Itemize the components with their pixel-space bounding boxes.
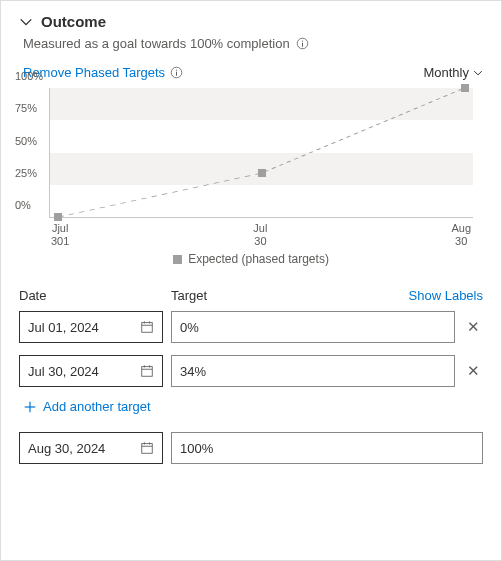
- svg-rect-5: [176, 72, 177, 76]
- remove-phased-targets-link[interactable]: Remove Phased Targets: [23, 65, 183, 80]
- target-value: 100%: [180, 441, 213, 456]
- x-tick: Jul 30: [253, 222, 267, 248]
- legend-label: Expected (phased targets): [188, 252, 329, 266]
- x-tick: Jjul 301: [51, 222, 69, 248]
- interval-label: Monthly: [423, 65, 469, 80]
- y-tick: 100%: [15, 70, 43, 82]
- y-tick: 25%: [15, 167, 37, 179]
- calendar-icon: [140, 320, 154, 334]
- chart-point: [461, 84, 469, 92]
- x-tick: Aug 30: [451, 222, 471, 248]
- target-input[interactable]: 34%: [171, 355, 455, 387]
- target-input[interactable]: 0%: [171, 311, 455, 343]
- svg-rect-16: [142, 444, 153, 454]
- date-input[interactable]: Jul 30, 2024: [19, 355, 163, 387]
- date-value: Jul 01, 2024: [28, 320, 99, 335]
- calendar-icon: [140, 441, 154, 455]
- column-date: Date: [19, 288, 171, 303]
- calendar-icon: [140, 364, 154, 378]
- info-icon[interactable]: [170, 66, 183, 79]
- chevron-down-icon: [473, 68, 483, 78]
- svg-rect-6: [142, 323, 153, 333]
- column-target: Target: [171, 288, 409, 303]
- chart: 0% 25% 50% 75% 100% Jjul 301 Jul 30 Aug …: [49, 88, 473, 248]
- target-row-final: Aug 30, 2024 100%: [19, 432, 483, 464]
- add-target-label: Add another target: [43, 399, 151, 414]
- chevron-down-icon[interactable]: [19, 15, 33, 29]
- date-input[interactable]: Jul 01, 2024: [19, 311, 163, 343]
- chart-point: [54, 213, 62, 221]
- date-input[interactable]: Aug 30, 2024: [19, 432, 163, 464]
- y-tick: 0%: [15, 199, 31, 211]
- target-row: Jul 01, 2024 0% ✕: [19, 311, 483, 343]
- add-target-button[interactable]: Add another target: [23, 399, 483, 414]
- remove-row-button[interactable]: ✕: [463, 362, 483, 380]
- chart-legend: Expected (phased targets): [19, 252, 483, 266]
- svg-rect-2: [302, 43, 303, 47]
- show-labels-link[interactable]: Show Labels: [409, 288, 483, 303]
- legend-square-icon: [173, 255, 182, 264]
- target-value: 34%: [180, 364, 206, 379]
- date-value: Jul 30, 2024: [28, 364, 99, 379]
- section-title: Outcome: [41, 13, 106, 30]
- remove-row-button[interactable]: ✕: [463, 318, 483, 336]
- y-tick: 50%: [15, 135, 37, 147]
- svg-point-4: [176, 69, 177, 70]
- remove-link-label: Remove Phased Targets: [23, 65, 165, 80]
- section-subtitle: Measured as a goal towards 100% completi…: [23, 36, 290, 51]
- target-row: Jul 30, 2024 34% ✕: [19, 355, 483, 387]
- chart-point: [258, 169, 266, 177]
- date-value: Aug 30, 2024: [28, 441, 105, 456]
- svg-rect-10: [142, 367, 153, 377]
- target-value: 0%: [180, 320, 199, 335]
- info-icon[interactable]: [296, 37, 309, 50]
- interval-dropdown[interactable]: Monthly: [423, 65, 483, 80]
- target-input[interactable]: 100%: [171, 432, 483, 464]
- y-tick: 75%: [15, 102, 37, 114]
- svg-point-1: [302, 40, 303, 41]
- plus-icon: [23, 400, 37, 414]
